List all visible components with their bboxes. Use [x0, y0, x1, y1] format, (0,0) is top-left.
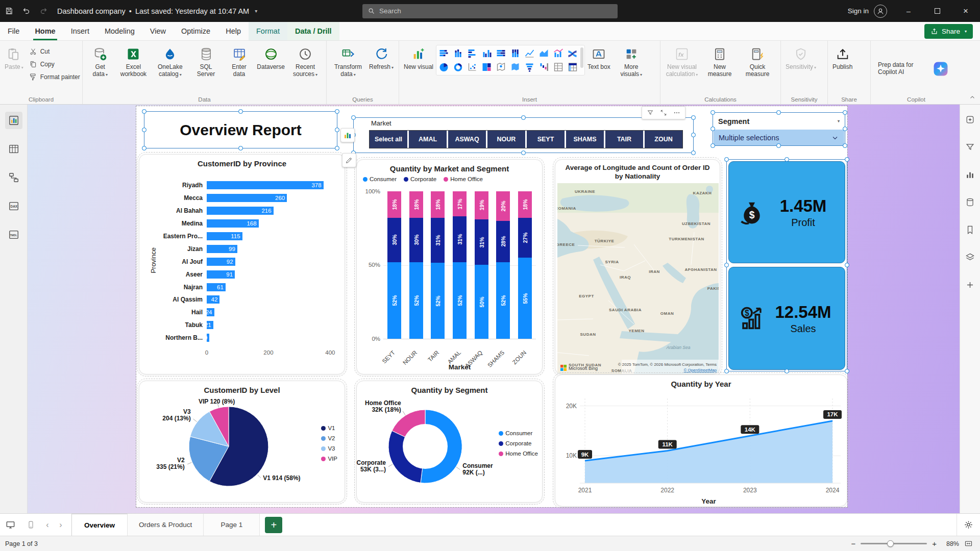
selection-handle[interactable] — [843, 127, 847, 131]
selection-handle[interactable] — [845, 157, 849, 162]
filter-icon[interactable] — [645, 108, 656, 118]
market-segment-stacked-chart[interactable]: Quantity by Market and Segment ConsumerC… — [356, 159, 543, 374]
stacked-segment[interactable]: 18% — [518, 191, 532, 218]
fit-to-page-icon[interactable] — [964, 539, 973, 548]
bar[interactable]: 168 — [207, 219, 259, 228]
stacked-column[interactable]: 18%27%55% — [518, 191, 532, 339]
report-view-icon[interactable] — [5, 112, 22, 129]
funnel-chart-icon[interactable] — [523, 61, 536, 73]
legend-item[interactable]: Consumer — [499, 430, 538, 436]
selection-handle[interactable] — [521, 115, 526, 120]
selection-handle[interactable] — [843, 143, 847, 148]
text-box-button[interactable]: Text box — [586, 44, 612, 74]
ribbon-tab-insert[interactable]: Insert — [63, 22, 97, 40]
publish-button[interactable]: Publish — [831, 44, 854, 74]
combo-chart-icon[interactable] — [552, 47, 565, 60]
stacked-segment[interactable]: 30% — [409, 218, 423, 262]
market-slicer-button-aswaq[interactable]: ASWAQ — [448, 131, 486, 148]
bar[interactable]: 260 — [207, 194, 287, 202]
avatar-icon[interactable] — [874, 5, 887, 18]
area-chart-icon[interactable] — [537, 47, 550, 60]
selection-handle[interactable] — [776, 143, 781, 148]
stacked-column[interactable]: 19%31%50% — [475, 191, 488, 339]
selection-handle[interactable] — [710, 127, 715, 131]
selection-handle[interactable] — [691, 115, 696, 120]
stacked-segment[interactable]: 52% — [431, 263, 445, 339]
stacked-segment[interactable]: 31% — [453, 216, 467, 262]
close-button[interactable]: × — [951, 0, 980, 22]
selection-handle[interactable] — [238, 109, 243, 114]
matrix-icon[interactable] — [566, 61, 579, 73]
stacked-column[interactable]: 18%30%52% — [409, 191, 423, 339]
clustered-column-chart-icon[interactable] — [480, 47, 493, 60]
share-button[interactable]: Share ▾ — [924, 24, 973, 39]
bar-row[interactable]: Najran61 — [154, 281, 336, 293]
more-visuals-button[interactable]: More visuals▾ — [613, 44, 650, 81]
selection-handle[interactable] — [724, 369, 729, 373]
bar-row[interactable]: Eastern Pro...115 — [154, 230, 336, 243]
ribbon-tab-view[interactable]: View — [142, 22, 174, 40]
market-slicer-button-tair[interactable]: TAIR — [605, 131, 643, 148]
desktop-layout-icon[interactable] — [0, 514, 20, 536]
ribbon-chart-icon[interactable] — [566, 47, 579, 60]
kpi-group[interactable]: $ 1.45M Profit $ 12.54M Sales — [726, 159, 847, 371]
segment-donut-chart[interactable]: Quantity by Segment Consumer92K (...)Cor… — [356, 381, 543, 503]
sign-in-button[interactable]: Sign in — [848, 7, 869, 15]
previous-page-icon[interactable]: ‹ — [41, 514, 54, 536]
stacked-segment[interactable]: 18% — [387, 191, 401, 218]
excel-workbook-button[interactable]: Excel workbook — [115, 44, 151, 81]
ribbon-tab-data---drill[interactable]: Data / Drill — [287, 22, 339, 40]
bar[interactable]: 216 — [207, 207, 274, 215]
ribbon-tab-home[interactable]: Home — [27, 22, 63, 40]
recent-sources-button[interactable]: Recent sources▾ — [287, 44, 323, 81]
gallery-scrollbar[interactable] — [580, 47, 583, 68]
legend-item[interactable]: Home Office — [444, 176, 483, 182]
bar[interactable]: 91 — [207, 270, 235, 279]
onelake-catalog-button[interactable]: OneLake catalog▾ — [152, 44, 188, 81]
quick-measure-button[interactable]: Quick measure — [739, 44, 776, 81]
copilot-pane-icon[interactable] — [962, 111, 979, 128]
sales-kpi-card[interactable]: $ 12.54M Sales — [728, 267, 845, 370]
bar-row[interactable]: Al Jouf92 — [154, 255, 336, 268]
line-chart-icon[interactable] — [523, 47, 536, 60]
legend-item[interactable]: Home Office — [499, 450, 538, 457]
document-title[interactable]: Dashboard company • Last saved: Yesterda… — [57, 7, 257, 15]
bar-row[interactable]: Tabuk21 — [154, 319, 336, 332]
page-tab-page-1[interactable]: Page 1 — [204, 514, 260, 536]
selection-handle[interactable] — [691, 151, 696, 155]
selection-handle[interactable] — [335, 146, 339, 151]
bar-row[interactable]: Aseer91 — [154, 268, 336, 281]
minimize-button[interactable]: – — [894, 0, 923, 22]
stacked-segment[interactable]: 27% — [518, 218, 532, 258]
bar-row[interactable]: Al Qassim42 — [154, 293, 336, 306]
donut-chart-icon[interactable] — [452, 61, 464, 73]
stacked-segment[interactable]: 20% — [496, 191, 510, 221]
stacked-segment[interactable]: 31% — [475, 219, 488, 265]
level-pie-chart[interactable]: CustomerID by Level V1 914 (58%)V2335 (2… — [139, 381, 345, 503]
stacked-segment[interactable]: 52% — [496, 262, 510, 339]
report-page[interactable]: Overview Report Market Select allAMALASW… — [136, 106, 847, 507]
selection-handle[interactable] — [335, 128, 339, 132]
bar[interactable]: 378 — [207, 181, 324, 189]
page-tab-overview[interactable]: Overview — [71, 514, 128, 536]
segment-header-caret-icon[interactable]: ▾ — [838, 119, 840, 123]
legend-item[interactable]: V1 — [321, 425, 337, 431]
pie-chart-icon[interactable] — [437, 61, 450, 73]
selection-handle[interactable] — [142, 109, 146, 114]
refresh-button[interactable]: Refresh▾ — [368, 44, 395, 74]
get-data-button[interactable]: Get data▾ — [86, 44, 114, 81]
market-slicer-button-nour[interactable]: NOUR — [487, 131, 525, 148]
waterfall-chart-icon[interactable] — [537, 61, 550, 73]
bar[interactable]: 61 — [207, 283, 226, 291]
page-tab-orders-product[interactable]: Orders & Product — [128, 514, 204, 536]
selection-handle[interactable] — [521, 151, 526, 155]
stacked-segment[interactable]: 52% — [409, 262, 423, 339]
title-caret-icon[interactable]: ▾ — [255, 8, 257, 14]
search-input[interactable] — [379, 7, 612, 15]
zoom-slider[interactable] — [861, 543, 927, 544]
stacked-bar-chart-icon[interactable] — [437, 47, 450, 60]
bar-row[interactable]: Medina168 — [154, 217, 336, 230]
model-view-icon[interactable] — [5, 169, 22, 186]
market-slicer-button-select-all[interactable]: Select all — [370, 131, 407, 148]
scatter-chart-icon[interactable] — [466, 61, 479, 73]
